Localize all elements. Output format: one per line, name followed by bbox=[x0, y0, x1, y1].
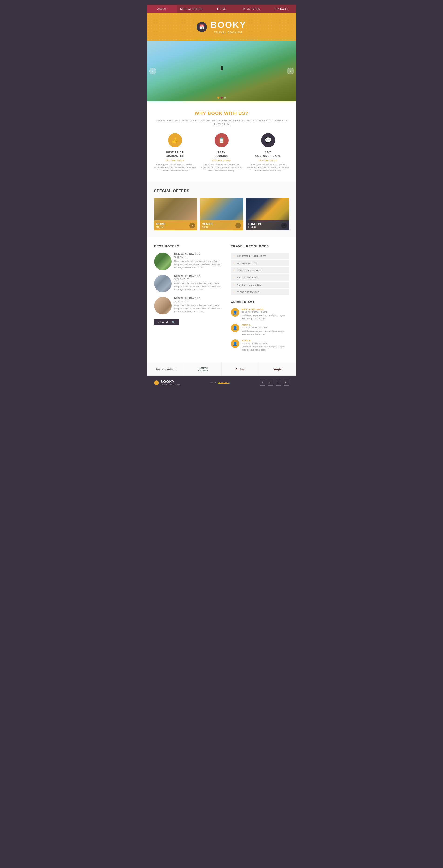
view-all-button[interactable]: VIEW ALL 🔍 bbox=[154, 319, 179, 326]
client-text-2: Morbi tempor quam vel massa adipisci con… bbox=[242, 330, 289, 336]
london-label: LONDON $1,450 › bbox=[246, 220, 289, 230]
linkedin-icon[interactable]: in bbox=[283, 380, 289, 385]
virgin-logo: Virgin bbox=[273, 368, 282, 371]
hotel-info-3: MES CUML DIA SED $140 / NIGHT Dolor nunc… bbox=[174, 297, 224, 314]
easy-booking-icon: 📋 bbox=[215, 133, 229, 147]
hotel-image-1 bbox=[154, 253, 172, 270]
resource-timezones[interactable]: › WORLD TIME ZONES bbox=[231, 282, 289, 288]
client-text-1: Morbi tempor quam vel massa adipisci con… bbox=[242, 314, 289, 320]
nav-tours[interactable]: TOURS bbox=[207, 5, 237, 12]
footer-social: f g+ t in bbox=[260, 380, 289, 385]
twitter-icon[interactable]: t bbox=[276, 380, 281, 385]
american-airlines-logo: American Airlines bbox=[156, 368, 175, 371]
offer-venice[interactable]: VENICE $990 › bbox=[200, 198, 243, 230]
site-footer: BOOKY TRAVEL BOOKING © 2015 | Privacy Po… bbox=[147, 376, 296, 389]
venice-btn[interactable]: › bbox=[235, 223, 241, 228]
hotel-price-1: $140 / NIGHT bbox=[174, 256, 224, 258]
easy-booking-name: EASYBOOKING bbox=[201, 151, 243, 158]
feature-best-price: 👍 BEST PRICEGUARANTEE DOLORE IPSUM Lorem… bbox=[154, 133, 196, 173]
hotel-image-3 bbox=[154, 297, 172, 314]
clients-say-title: CLIENTS SAY bbox=[231, 300, 289, 304]
rome-label: ROME $1,850 › bbox=[154, 220, 198, 230]
customer-care-label: DOLORE IPSUM bbox=[247, 159, 289, 162]
why-book-subtitle: LOREM IPSUM DOLOR SIT AMET, CON SECTETUR… bbox=[154, 119, 289, 126]
client-title-2: DOLORE IPSUM COMME bbox=[242, 327, 289, 329]
site-subtitle: TRAVEL BOOKING bbox=[210, 31, 246, 34]
venice-city: VENICE bbox=[202, 222, 213, 226]
client-info-2: ANNA L. DOLORE IPSUM COMME Morbi tempor … bbox=[242, 324, 289, 336]
feature-customer-care: 💬 24/7CUSTOMER CARE DOLORE IPSUM Lorem i… bbox=[247, 133, 289, 173]
best-hotels-col: BEST HOTELS MES CUML DIA SED $140 / NIGH… bbox=[154, 244, 224, 355]
resource-passports[interactable]: › PASSPORTS/VISAS bbox=[231, 289, 289, 295]
resource-arrow-icon: › bbox=[234, 255, 235, 257]
rome-btn[interactable]: › bbox=[190, 223, 195, 228]
london-city: LONDON bbox=[248, 222, 261, 226]
resource-arrow-icon-5: › bbox=[234, 283, 235, 286]
nav-special-offers[interactable]: SPECIAL OFFERS bbox=[177, 5, 207, 12]
privacy-policy-link[interactable]: Privacy Policy bbox=[218, 381, 230, 384]
nav-tour-types[interactable]: TOUR TYPES bbox=[237, 5, 266, 12]
search-icon: 🔍 bbox=[172, 321, 175, 323]
special-offers-title: SPECIAL OFFERS bbox=[154, 189, 289, 193]
hotel-desc-3: Dolor nunc vulte putalletur ips dol-cons… bbox=[174, 304, 224, 314]
customer-care-name: 24/7CUSTOMER CARE bbox=[247, 151, 289, 158]
hero-dot-3[interactable] bbox=[224, 97, 226, 98]
venice-label: VENICE $990 › bbox=[200, 220, 243, 230]
site-title: BOOKY bbox=[210, 20, 246, 30]
hotel-image-2 bbox=[154, 275, 172, 292]
googleplus-icon[interactable]: g+ bbox=[268, 380, 273, 385]
hero-slider: ‹ › bbox=[147, 41, 296, 101]
airline-swiss: Swiss bbox=[222, 362, 259, 376]
hotel-item-3: MES CUML DIA SED $140 / NIGHT Dolor nunc… bbox=[154, 297, 224, 314]
swiss-logo: Swiss bbox=[235, 368, 245, 371]
client-name-2: ANNA L. bbox=[242, 324, 289, 326]
website-wrapper: ABOUT SPECIAL OFFERS TOURS TOUR TYPES CO… bbox=[147, 5, 296, 389]
client-avatar-3: 👤 bbox=[231, 339, 239, 348]
easy-booking-text: Lorem ipsum dolor sit amet, consectetur … bbox=[201, 163, 243, 173]
client-item-1: 👤 MIKE P. FOUNDER DOLORE IPSUM COMME Mor… bbox=[231, 308, 289, 320]
best-price-label: DOLORE IPSUM bbox=[154, 159, 196, 162]
best-price-icon: 👍 bbox=[168, 133, 182, 147]
airline-virgin: Virgin bbox=[259, 362, 296, 376]
hero-dots bbox=[217, 97, 226, 98]
airlines-section: American Airlines ✈ CZECHAIRLINES Swiss … bbox=[147, 362, 296, 376]
travel-resources-title: TRAVEL RESOURCES bbox=[231, 244, 289, 248]
resource-health[interactable]: › TRAVELER'S HEALTH bbox=[231, 267, 289, 274]
customer-care-icon: 💬 bbox=[261, 133, 275, 147]
resource-arrow-icon-2: › bbox=[234, 262, 235, 265]
hotel-price-3: $140 / NIGHT bbox=[174, 300, 224, 303]
venice-price: $990 bbox=[202, 226, 213, 228]
resource-arrow-icon-6: › bbox=[234, 291, 235, 293]
london-btn[interactable]: › bbox=[281, 223, 287, 228]
rome-price: $1,850 bbox=[157, 226, 166, 228]
best-price-name: BEST PRICEGUARANTEE bbox=[154, 151, 196, 158]
customer-care-text: Lorem ipsum dolor sit amet, consectetur … bbox=[247, 163, 289, 173]
footer-subtitle: TRAVEL BOOKING bbox=[161, 383, 180, 385]
resource-map[interactable]: › MAP AN ADDRESS bbox=[231, 274, 289, 281]
hero-dot-1[interactable] bbox=[217, 97, 219, 98]
nav-about[interactable]: ABOUT bbox=[147, 5, 177, 12]
navigation: ABOUT SPECIAL OFFERS TOURS TOUR TYPES CO… bbox=[147, 5, 296, 13]
facebook-icon[interactable]: f bbox=[260, 380, 265, 385]
london-price: $1,450 bbox=[248, 226, 261, 228]
clients-say-section: CLIENTS SAY 👤 MIKE P. FOUNDER DOLORE IPS… bbox=[231, 300, 289, 351]
nav-contacts[interactable]: CONTACTS bbox=[266, 5, 296, 12]
offer-london[interactable]: LONDON $1,450 › bbox=[246, 198, 289, 230]
client-avatar-2: 👤 bbox=[231, 324, 239, 332]
hero-next-arrow[interactable]: › bbox=[287, 68, 294, 74]
footer-dot-icon bbox=[154, 380, 159, 385]
footer-title: BOOKY bbox=[161, 380, 180, 383]
client-name-1: MIKE P. FOUNDER bbox=[242, 308, 289, 311]
resource-airport[interactable]: › AIRPORT DELAYS bbox=[231, 260, 289, 266]
header-icon: 📅 bbox=[197, 22, 207, 32]
feature-easy-booking: 📋 EASYBOOKING DOLORE IPSUM Lorem ipsum d… bbox=[201, 133, 243, 173]
hero-figure bbox=[221, 66, 223, 70]
resource-honeymoon[interactable]: › HONEYMOON REGISTRY bbox=[231, 253, 289, 259]
hero-dot-2[interactable] bbox=[221, 97, 223, 98]
hero-prev-arrow[interactable]: ‹ bbox=[149, 68, 156, 74]
hotel-desc-2: Dolor nunc vulte putalletur ips dol-cons… bbox=[174, 282, 224, 291]
why-book-title: WHY BOOK WITH US? bbox=[154, 111, 289, 116]
hotel-item-1: MES CUML DIA SED $140 / NIGHT Dolor nunc… bbox=[154, 253, 224, 270]
resource-arrow-icon-3: › bbox=[234, 269, 235, 272]
offer-rome[interactable]: ROME $1,850 › bbox=[154, 198, 198, 230]
